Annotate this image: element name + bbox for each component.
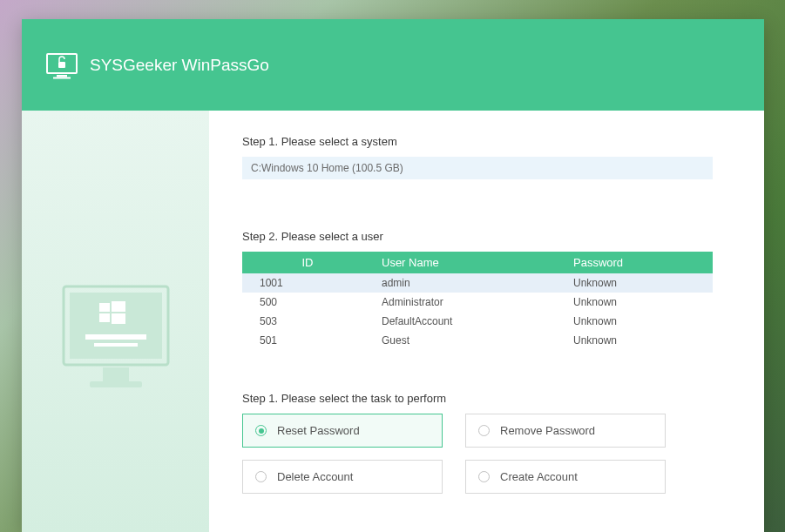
svg-rect-3 [58, 62, 65, 68]
svg-rect-10 [99, 313, 110, 322]
svg-rect-6 [103, 367, 129, 381]
step2-label: Step 2. Please select a user [242, 230, 743, 243]
sidebar [22, 111, 209, 532]
cell-password: Unknown [565, 273, 713, 293]
task-option-create-account[interactable]: Create Account [465, 460, 666, 494]
cell-password: Unknown [565, 312, 713, 331]
task-label: Reset Password [277, 424, 360, 437]
cell-username: Administrator [373, 293, 565, 312]
task-option-reset-password[interactable]: Reset Password [242, 414, 443, 448]
svg-rect-11 [112, 313, 125, 324]
radio-icon [478, 425, 490, 436]
svg-rect-1 [57, 75, 67, 77]
col-username: User Name [373, 252, 565, 273]
app-window: SYSGeeker WinPassGo [22, 19, 764, 532]
app-title: SYSGeeker WinPassGo [90, 56, 269, 75]
logo: SYSGeeker WinPassGo [46, 51, 269, 80]
radio-icon [255, 471, 267, 482]
main-panel: Step 1. Please select a system C:Windows… [209, 111, 764, 532]
task-option-delete-account[interactable]: Delete Account [242, 460, 443, 494]
svg-rect-8 [99, 303, 110, 312]
cell-username: DefaultAccount [373, 312, 565, 331]
table-row[interactable]: 503DefaultAccountUnknown [242, 312, 713, 331]
task-label: Delete Account [277, 470, 353, 483]
cell-username: Guest [373, 331, 565, 350]
radio-icon [478, 471, 490, 482]
svg-rect-12 [85, 334, 146, 340]
step3-label: Step 1. Please select the task to perfor… [242, 392, 743, 405]
svg-rect-13 [94, 343, 138, 347]
header: SYSGeeker WinPassGo [22, 19, 764, 111]
cell-username: admin [373, 273, 565, 293]
task-option-remove-password[interactable]: Remove Password [465, 414, 666, 448]
task-grid: Reset PasswordRemove PasswordDelete Acco… [242, 414, 743, 494]
monitor-unlock-icon [46, 51, 78, 80]
svg-rect-2 [53, 77, 71, 78]
table-row[interactable]: 500AdministratorUnknown [242, 293, 713, 312]
table-header-row: ID User Name Password [242, 252, 713, 273]
radio-icon [255, 425, 267, 436]
cell-id: 501 [242, 331, 373, 350]
cell-id: 500 [242, 293, 373, 312]
cell-password: Unknown [565, 331, 713, 350]
computer-illustration-icon [51, 273, 181, 404]
col-id: ID [242, 252, 373, 273]
cell-id: 503 [242, 312, 373, 331]
user-table: ID User Name Password 1001adminUnknown50… [242, 252, 713, 350]
system-select[interactable]: C:Windows 10 Home (100.5 GB) [242, 157, 713, 179]
svg-rect-7 [90, 381, 142, 387]
col-password: Password [565, 252, 713, 273]
svg-rect-9 [112, 301, 125, 312]
step1-label: Step 1. Please select a system [242, 135, 743, 148]
task-label: Create Account [500, 470, 578, 483]
cell-id: 1001 [242, 273, 373, 293]
task-label: Remove Password [500, 424, 595, 437]
table-row[interactable]: 501GuestUnknown [242, 331, 713, 350]
cell-password: Unknown [565, 293, 713, 312]
body: Step 1. Please select a system C:Windows… [22, 111, 764, 532]
table-row[interactable]: 1001adminUnknown [242, 273, 713, 293]
